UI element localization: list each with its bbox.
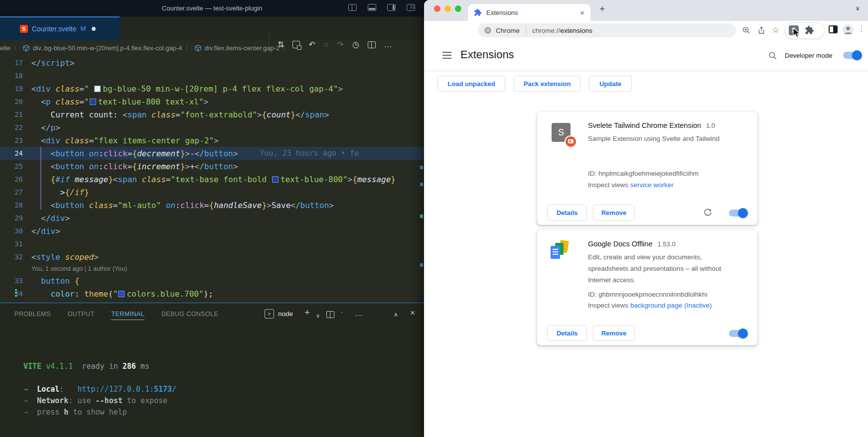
minimize-window-icon[interactable]	[444, 5, 451, 12]
line-number: 29	[0, 214, 31, 222]
tab-terminal[interactable]: TERMINAL	[111, 309, 144, 320]
extension-toggle[interactable]	[729, 330, 747, 337]
extensions-menu-icon[interactable]	[805, 25, 814, 35]
extension-toggle[interactable]	[729, 210, 747, 217]
chrome-logo-icon	[484, 26, 492, 34]
symbol-cube-icon	[194, 44, 202, 52]
code-line[interactable]: 34 color: theme("colors.blue.700");	[0, 287, 424, 300]
code-line[interactable]: 21 Current count: <span class="font-extr…	[0, 108, 424, 121]
terminal-dropdown-icon[interactable]: ∨	[316, 311, 320, 321]
code-line[interactable]: 20 <p class="text-blue-800 text-xl">	[0, 95, 424, 108]
bookmark-star-icon[interactable]: ☆	[772, 25, 779, 35]
page-zoom-icon[interactable]	[742, 26, 751, 35]
extension-card-google-docs: Google Docs Offline1.53.0 Edit, create a…	[537, 230, 757, 345]
line-number: 20	[0, 98, 31, 106]
share-icon[interactable]	[757, 26, 766, 35]
toggle-sidebar-icon[interactable]	[387, 4, 396, 11]
panel-tabs: PROBLEMS OUTPUT TERMINAL DEBUG CONSOLE	[14, 303, 218, 325]
search-icon[interactable]	[768, 51, 777, 60]
terminal-line: → press h to show help	[14, 407, 176, 418]
line-number: 33	[0, 277, 31, 285]
code-line[interactable]: 33 button {	[0, 274, 424, 287]
inspect-views: Inspect views service worker	[588, 181, 674, 189]
update-button[interactable]: Update	[589, 76, 632, 92]
new-terminal-icon[interactable]: +	[304, 308, 310, 318]
code-line[interactable]: 29 </div>	[0, 212, 424, 224]
code-line[interactable]: 27 >{/if}	[0, 186, 424, 199]
zoom-window-icon[interactable]	[455, 5, 461, 12]
tab-title: Extensions	[486, 9, 576, 16]
chevron-right-icon: 〉	[185, 44, 191, 52]
chrome-tabstrip: Extensions × + ∨	[424, 0, 868, 21]
code-line[interactable]: 30</div>	[0, 224, 424, 237]
extension-name: Svelete Tailwind Chrome Extension1.0	[588, 121, 715, 129]
side-panel-icon[interactable]	[829, 25, 838, 33]
code-editor[interactable]: 17</script>1819<div class=" bg-blue-50 m…	[0, 56, 424, 303]
toggle-panel-icon[interactable]	[368, 4, 376, 11]
code-line[interactable]: 32<style scoped>	[0, 250, 424, 263]
line-number: 32	[0, 253, 31, 261]
split-columns-icon[interactable]	[348, 4, 357, 11]
line-number: 27	[0, 188, 31, 196]
remove-button[interactable]: Remove	[593, 205, 635, 220]
code-line[interactable]: 23 <div class="flex items-center gap-2">	[0, 134, 424, 147]
profile-avatar[interactable]	[843, 24, 854, 35]
split-terminal-icon[interactable]	[326, 311, 334, 318]
service-worker-link[interactable]: service worker	[630, 181, 674, 189]
background-page-link[interactable]: background page (Inactive)	[630, 302, 712, 309]
breadcrumb-symbol-inner[interactable]: div.flex.items-center.gap-2	[205, 44, 280, 52]
overview-ruler-mark	[420, 215, 423, 218]
gutter-change-mark	[15, 289, 17, 298]
breadcrumb-file[interactable]: elte	[0, 44, 10, 52]
overview-ruler-mark	[420, 166, 423, 169]
line-number: 30	[0, 227, 31, 235]
close-window-icon[interactable]	[434, 5, 440, 12]
load-unpacked-button[interactable]: Load unpacked	[437, 76, 505, 92]
customize-layout-icon[interactable]	[407, 4, 415, 11]
terminal-output[interactable]: VITE v4.1.1 ready in 286 ms → Local: htt…	[14, 338, 176, 437]
code-line[interactable]: 25 <button on:click={increment}>+</butto…	[0, 160, 424, 173]
code-line[interactable]: 28 <button class="ml-auto" on:click={han…	[0, 199, 424, 212]
code-line[interactable]: 18	[0, 69, 424, 82]
line-number: 24	[0, 149, 31, 157]
code-line[interactable]: 24 <button on:click={decrement}>-</butto…	[0, 147, 424, 160]
tab-output[interactable]: OUTPUT	[68, 309, 95, 320]
tab-problems[interactable]: PROBLEMS	[14, 309, 51, 320]
pack-extension-button[interactable]: Pack extension	[514, 76, 580, 92]
code-line[interactable]: 22 </p>	[0, 121, 424, 134]
git-modified-badge: M	[81, 25, 86, 32]
new-tab-icon[interactable]: +	[599, 3, 605, 14]
close-panel-icon[interactable]: ×	[410, 308, 415, 318]
menu-icon[interactable]	[442, 52, 451, 53]
panel-more-icon[interactable]: …	[355, 309, 363, 319]
close-tab-icon[interactable]: ×	[580, 8, 584, 17]
url-scheme: chrome://	[532, 27, 560, 34]
color-swatch	[118, 291, 125, 297]
code-line[interactable]: 17</script>	[0, 56, 424, 69]
terminal-instance[interactable]: > node	[265, 309, 293, 319]
omnibox[interactable]: Chrome chrome://extensions	[478, 23, 736, 37]
chrome-window: Extensions × + ∨ ← → Chrome chrome://ext…	[424, 0, 868, 437]
terminal-shell-label: node	[278, 310, 293, 318]
line-number: 26	[0, 175, 31, 183]
code-line[interactable]: 26 {#if message}<span class="text-base f…	[0, 173, 424, 186]
code-line[interactable]: 31	[0, 237, 424, 250]
code-line[interactable]: 19<div class=" bg-blue-50 min-w-[20rem] …	[0, 82, 424, 95]
vscode-titlebar[interactable]: Counter.svelte — test-svelte-plugin	[0, 0, 424, 16]
divider	[526, 26, 526, 34]
tab-search-chevron-icon[interactable]: ∨	[855, 4, 860, 12]
tab-debug-console[interactable]: DEBUG CONSOLE	[161, 309, 218, 320]
line-number: 18	[0, 72, 31, 80]
reload-extension-icon[interactable]	[703, 208, 713, 217]
tab-counter-svelte[interactable]: S Counter.svelte M	[0, 16, 120, 40]
tab-extensions[interactable]: Extensions ×	[468, 4, 590, 21]
details-button[interactable]: Details	[547, 325, 587, 341]
symbol-cube-icon	[22, 44, 30, 52]
chevron-right-icon: 〉	[13, 44, 19, 52]
maximize-panel-icon[interactable]: ∧	[394, 310, 398, 320]
details-button[interactable]: Details	[547, 205, 587, 220]
breadcrumb-symbol-outer[interactable]: div..bg-blue-50.min-w-[20rem].p-4.flex.f…	[33, 44, 182, 52]
developer-mode-toggle[interactable]	[843, 52, 861, 59]
kebab-menu-icon[interactable]: …	[860, 25, 868, 33]
remove-button[interactable]: Remove	[593, 325, 635, 341]
